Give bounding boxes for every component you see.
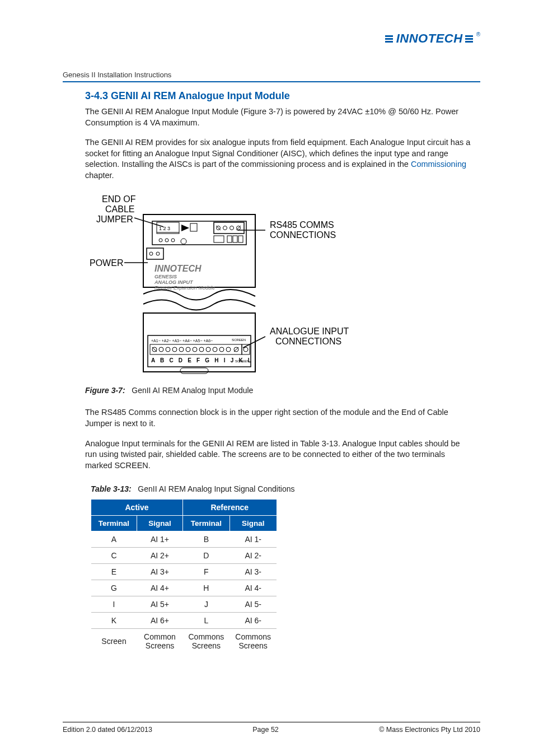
table-cell: AI 2- <box>229 548 277 564</box>
table-caption: Table 3-13: GenII AI REM Analog Input Si… <box>91 484 480 493</box>
diag-label: CABLE <box>105 204 134 214</box>
svg-point-33 <box>166 347 170 352</box>
paragraph: Analogue Input terminals for the GENII A… <box>85 438 471 472</box>
footer-copyright: © Mass Electronics Pty Ltd 2010 <box>379 726 480 734</box>
svg-point-42 <box>226 347 231 352</box>
svg-rect-26 <box>238 236 243 242</box>
registered-icon: ® <box>476 31 480 38</box>
svg-point-38 <box>199 347 204 352</box>
svg-point-35 <box>179 347 184 352</box>
diag-label: CONNECTIONS <box>270 230 336 240</box>
figure: END OF CABLE JUMPER POWER RS485 COMMS CO… <box>85 190 480 380</box>
table-cell: AI 2+ <box>137 548 183 564</box>
th-signal: Signal <box>229 516 277 531</box>
diag-label: RS485 COMMS <box>270 220 334 230</box>
diag-brand: INNOTECH <box>154 264 202 273</box>
module-diagram: END OF CABLE JUMPER POWER RS485 COMMS CO… <box>85 190 399 380</box>
logo-bars-icon <box>385 35 393 43</box>
diag-label: END OF <box>102 194 136 204</box>
svg-rect-23 <box>214 236 224 242</box>
svg-point-37 <box>193 347 197 352</box>
table-cell: Commons Screens <box>183 629 230 654</box>
diag-jumper-nums: 1 2 3 <box>159 226 170 231</box>
table-cell: K <box>91 613 137 629</box>
paragraph: The GENII AI REM provides for six analog… <box>85 137 471 181</box>
svg-rect-30 <box>150 344 242 354</box>
svg-point-40 <box>213 347 217 352</box>
commissioning-link[interactable]: Commissioning <box>411 160 466 169</box>
table-row: IAI 5+JAI 5- <box>91 596 277 613</box>
svg-line-3 <box>243 337 265 348</box>
svg-rect-12 <box>190 223 197 231</box>
table-cell: G <box>91 580 137 596</box>
table-row: EAI 3+FAI 3- <box>91 564 277 580</box>
svg-marker-11 <box>181 225 189 231</box>
table-cell: C <box>91 548 137 564</box>
table-cell: Commons Screens <box>229 629 277 654</box>
svg-rect-25 <box>233 236 237 242</box>
table-cell: F <box>183 564 230 580</box>
th-signal: Signal <box>137 516 183 531</box>
diag-screen: SCREEN <box>232 338 246 342</box>
table-cell: AI 4+ <box>137 580 183 596</box>
svg-point-32 <box>159 347 163 352</box>
diag-genesis: GENESIS <box>154 274 177 279</box>
table-cell: AI 5- <box>229 596 277 613</box>
logo-text: INNOTECH <box>396 31 463 46</box>
section-heading: 3-4.3 GENII AI REM Analogue Input Module <box>85 90 480 102</box>
svg-point-22 <box>156 252 160 255</box>
table-cell: E <box>91 564 137 580</box>
paragraph: The GENII AI REM Analogue Input Module (… <box>85 106 471 128</box>
svg-point-9 <box>165 239 168 242</box>
table-row: KAI 6+LAI 6- <box>91 613 277 629</box>
th-terminal: Terminal <box>183 516 230 531</box>
svg-point-10 <box>171 239 175 242</box>
footer-edition: Edition 2.0 dated 06/12/2013 <box>63 726 152 734</box>
svg-point-16 <box>230 226 234 230</box>
table-cell: Screen <box>91 629 137 654</box>
svg-point-39 <box>206 347 210 352</box>
svg-point-36 <box>186 347 190 352</box>
table-row: AAI 1+BAI 1- <box>91 531 277 548</box>
table-cell: A <box>91 531 137 548</box>
diag-label: ANALOGUE INPUT <box>270 326 349 336</box>
paragraph-text: chapter. <box>85 171 114 180</box>
diag-terminals-top: +A1− +A2− +A3− +A4− +A5− +A6− <box>151 339 213 343</box>
breadcrumb: Genesis II Installation Instructions <box>63 71 480 79</box>
table-caption-text: GenII AI REM Analog Input Signal Conditi… <box>138 484 294 493</box>
svg-point-27 <box>181 239 186 244</box>
svg-point-8 <box>159 239 162 242</box>
table-cell: Common Screens <box>137 629 183 654</box>
footer-page: Page 52 <box>252 726 279 734</box>
logo-bars-icon <box>465 35 473 43</box>
table-cell: AI 6- <box>229 613 277 629</box>
th-terminal: Terminal <box>91 516 137 531</box>
table-cell: H <box>183 580 230 596</box>
svg-point-15 <box>223 226 227 230</box>
table-cell: I <box>91 596 137 613</box>
table-cell: D <box>183 548 230 564</box>
table-cell: B <box>183 531 230 548</box>
svg-rect-5 <box>152 221 246 245</box>
divider <box>63 81 480 82</box>
diag-label: JUMPER <box>96 214 133 224</box>
svg-rect-24 <box>227 236 232 242</box>
svg-point-47 <box>243 347 248 352</box>
table-row: GAI 4+HAI 4- <box>91 580 277 596</box>
th-active: Active <box>91 500 183 516</box>
svg-point-41 <box>219 347 224 352</box>
figure-label: Figure 3-7: <box>85 386 125 395</box>
svg-rect-48 <box>180 368 208 374</box>
table-label: Table 3-13: <box>91 484 132 493</box>
svg-point-34 <box>172 347 177 352</box>
page-footer: Edition 2.0 dated 06/12/2013 Page 52 © M… <box>63 722 480 734</box>
table-cell: AI 3- <box>229 564 277 580</box>
table-cell: AI 3+ <box>137 564 183 580</box>
diag-screen-bot: SCREEN <box>235 360 249 363</box>
table-cell: AI 6+ <box>137 613 183 629</box>
figure-caption-text: GenII AI REM Analog Input Module <box>132 386 253 395</box>
table-row: CAI 2+DAI 2- <box>91 548 277 564</box>
brand-logo: INNOTECH ® <box>385 31 480 46</box>
svg-point-21 <box>149 252 153 255</box>
diag-label: CONNECTIONS <box>275 337 341 346</box>
